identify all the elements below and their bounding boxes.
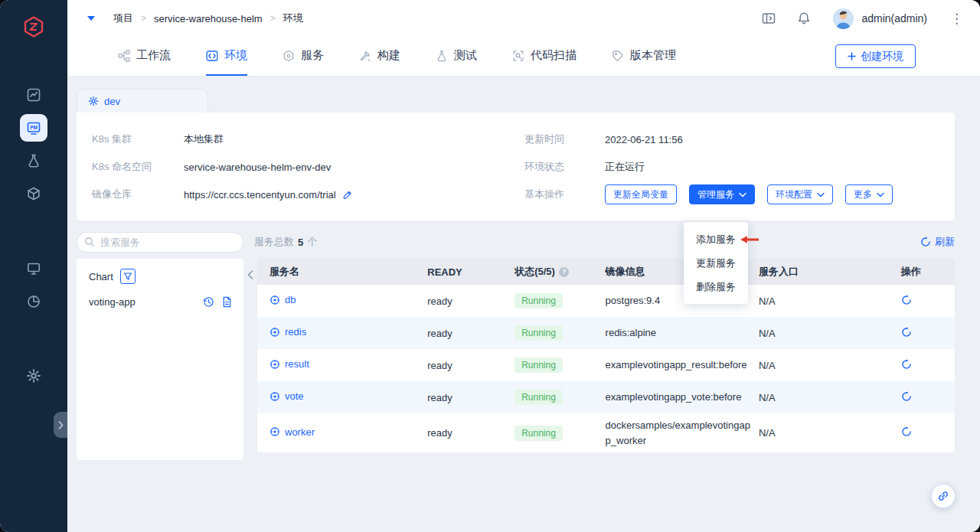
chevron-down-icon: [817, 192, 825, 197]
projects-icon[interactable]: PM: [20, 114, 47, 142]
link-icon: [937, 490, 949, 502]
restart-service-icon[interactable]: [901, 295, 912, 305]
user-name[interactable]: admin(admin): [861, 12, 927, 24]
sidebar-nav: PM: [20, 81, 47, 395]
search-icon: [84, 237, 95, 247]
table-row[interactable]: redis ready Running redis:alpine N/A: [257, 317, 955, 349]
manage-services-button[interactable]: 管理服务: [689, 184, 755, 204]
restart-service-icon[interactable]: [901, 327, 912, 338]
info-row: K8s 集群 本地集群: [92, 126, 524, 153]
cluster-value: 本地集群: [184, 132, 224, 146]
col-service-name: 服务名: [257, 259, 427, 285]
service-link[interactable]: result: [270, 358, 309, 370]
helm-service-icon: [270, 391, 280, 402]
tab-label: 测试: [454, 48, 477, 63]
info-row: K8s 命名空间 service-warehouse-helm-env-dev: [92, 153, 524, 181]
table-row[interactable]: result ready Running examplevotingapp_re…: [257, 349, 955, 381]
manage-services-dropdown: 添加服务 更新服务 删除服务: [684, 222, 748, 304]
filter-button[interactable]: [120, 269, 136, 284]
user-avatar[interactable]: [833, 8, 854, 29]
refresh-button[interactable]: 刷新: [920, 235, 955, 249]
panel-collapse-icon[interactable]: [247, 270, 253, 279]
chart-history-icon[interactable]: [203, 296, 214, 308]
chart-panel: Chart voting-app: [77, 259, 243, 460]
breadcrumb-projects[interactable]: 项目: [113, 11, 133, 25]
entry-cell: N/A: [759, 285, 895, 317]
chart-item-voting-app[interactable]: voting-app: [89, 296, 233, 308]
namespace-value: service-warehouse-helm-env-dev: [184, 162, 331, 173]
helm-service-icon: [270, 327, 280, 338]
service-link[interactable]: worker: [270, 426, 315, 438]
service-link[interactable]: redis: [270, 326, 306, 338]
collapse-panel-icon[interactable]: [761, 11, 776, 26]
table-header-row: 服务名 READY 状态(5/5) ? 镜像信息 服务入口: [257, 259, 955, 285]
tab-builds[interactable]: 构建: [359, 37, 400, 76]
topbar-right: admin(admin) ⋮: [741, 8, 963, 29]
chart-values-file-icon[interactable]: [221, 296, 233, 308]
update-global-vars-button[interactable]: 更新全局变量: [605, 184, 677, 204]
entry-cell: N/A: [759, 413, 895, 452]
info-label: 环境状态: [524, 160, 605, 174]
sidebar-collapse-handle[interactable]: [54, 412, 67, 438]
table-row[interactable]: worker ready Running dockersamples/examp…: [257, 413, 955, 452]
image-cell: examplevotingapp_vote:before: [606, 390, 753, 405]
dashboard-icon[interactable]: [20, 81, 47, 109]
workflow-icon: [118, 50, 130, 62]
tab-label: 服务: [301, 48, 324, 63]
more-menu-icon[interactable]: ⋮: [950, 12, 963, 25]
create-env-button[interactable]: 创建环境: [835, 44, 916, 68]
entry-cell: N/A: [759, 381, 895, 413]
status-badge: Running: [514, 357, 563, 373]
info-label: 更新时间: [524, 132, 605, 146]
col-operations: 操作: [895, 259, 955, 285]
project-switcher-caret-icon[interactable]: [87, 16, 95, 21]
tab-code-scan[interactable]: 代码扫描: [512, 37, 577, 76]
image-cell: dockersamples/examplevotingapp_worker: [606, 418, 753, 448]
zadig-logo-icon[interactable]: [22, 15, 45, 41]
tab-services[interactable]: 服务: [283, 37, 324, 76]
restart-service-icon[interactable]: [901, 391, 912, 402]
tab-environments[interactable]: 环境: [206, 37, 247, 76]
edit-registry-icon[interactable]: [342, 190, 352, 200]
tab-tests[interactable]: 测试: [436, 37, 477, 76]
ready-cell: ready: [427, 349, 514, 381]
tab-versions[interactable]: 版本管理: [612, 37, 676, 76]
restart-service-icon[interactable]: [901, 426, 912, 437]
service-link[interactable]: vote: [270, 390, 304, 402]
table-row[interactable]: db ready Running postgres:9.4 N/A: [257, 285, 955, 317]
restart-service-icon[interactable]: [901, 359, 912, 370]
main-area: 项目 > service-warehouse-helm > 环境: [67, 0, 980, 532]
tab-label: 版本管理: [630, 48, 676, 63]
notifications-bell-icon[interactable]: [796, 11, 812, 26]
settings-icon[interactable]: [20, 362, 47, 390]
env-config-button[interactable]: 环境配置: [767, 184, 833, 204]
info-row: 镜像仓库 https://ccr.ccs.tencentyun.com/tria…: [92, 181, 524, 208]
chevron-down-icon: [739, 192, 746, 197]
service-link[interactable]: db: [270, 294, 296, 305]
dropdown-item-update-service[interactable]: 更新服务: [684, 251, 748, 275]
breadcrumb-separator: >: [270, 13, 276, 24]
share-link-button[interactable]: [931, 484, 956, 508]
project-tabbar: 工作流 环境 服务: [67, 37, 980, 77]
dropdown-item-delete-service[interactable]: 删除服务: [684, 275, 748, 299]
tab-label: 构建: [377, 48, 400, 63]
info-label: K8s 命名空间: [92, 160, 184, 174]
breadcrumb-env: 环境: [283, 11, 303, 25]
search-services-input[interactable]: [77, 232, 243, 253]
breadcrumb-project-name[interactable]: service-warehouse-helm: [154, 13, 263, 24]
resources-icon[interactable]: [20, 255, 47, 282]
test-center-icon[interactable]: [20, 147, 47, 175]
service-total: 服务总数 5 个: [254, 235, 317, 249]
env-tab-dev[interactable]: dev: [77, 89, 208, 113]
env-gear-icon: [88, 96, 99, 106]
more-actions-button[interactable]: 更多: [845, 184, 893, 204]
delivery-center-icon[interactable]: [20, 180, 47, 207]
version-tag-icon: [612, 50, 624, 62]
col-ready: READY: [427, 259, 514, 285]
tab-workflows[interactable]: 工作流: [118, 37, 171, 76]
table-row[interactable]: vote ready Running examplevotingapp_vote…: [257, 381, 955, 413]
insights-icon[interactable]: [20, 288, 47, 315]
dropdown-item-add-service[interactable]: 添加服务: [684, 227, 748, 251]
status-help-icon[interactable]: ?: [559, 267, 569, 277]
status-badge: Running: [514, 325, 563, 341]
